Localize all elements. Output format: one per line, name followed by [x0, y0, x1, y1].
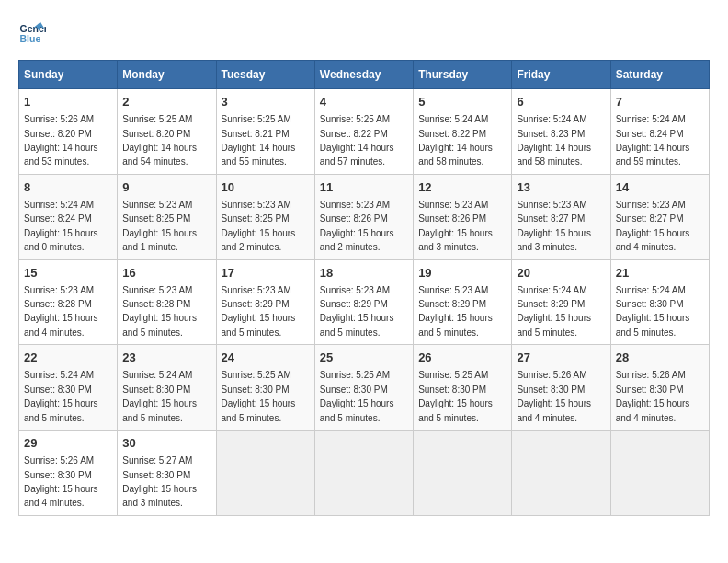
calendar-cell: 2 Sunrise: 5:25 AMSunset: 8:20 PMDayligh… [118, 89, 216, 175]
day-info: Sunrise: 5:23 AMSunset: 8:26 PMDaylight:… [418, 200, 493, 252]
header-day-sunday: Sunday [19, 61, 118, 89]
logo-icon: General Blue [18, 18, 46, 46]
calendar-cell [414, 431, 512, 516]
day-info: Sunrise: 5:24 AMSunset: 8:29 PMDaylight:… [517, 285, 591, 338]
day-info: Sunrise: 5:24 AMSunset: 8:24 PMDaylight:… [24, 200, 98, 252]
day-number: 18 [320, 265, 408, 282]
day-number: 10 [222, 179, 310, 196]
calendar-week-2: 8 Sunrise: 5:24 AMSunset: 8:24 PMDayligh… [19, 174, 710, 259]
calendar-cell: 24 Sunrise: 5:25 AMSunset: 8:30 PMDaylig… [216, 345, 314, 431]
day-info: Sunrise: 5:23 AMSunset: 8:29 PMDaylight:… [222, 285, 296, 338]
header-row: SundayMondayTuesdayWednesdayThursdayFrid… [19, 61, 710, 89]
calendar-cell: 13 Sunrise: 5:23 AMSunset: 8:27 PMDaylig… [512, 174, 610, 259]
calendar-cell [216, 431, 314, 516]
day-number: 16 [122, 265, 210, 282]
day-info: Sunrise: 5:26 AMSunset: 8:30 PMDaylight:… [24, 455, 98, 508]
day-info: Sunrise: 5:24 AMSunset: 8:30 PMDaylight:… [616, 285, 690, 338]
logo: General Blue [18, 18, 46, 46]
calendar-cell [314, 431, 413, 516]
calendar-week-4: 22 Sunrise: 5:24 AMSunset: 8:30 PMDaylig… [19, 345, 710, 431]
day-info: Sunrise: 5:23 AMSunset: 8:25 PMDaylight:… [122, 200, 197, 252]
day-info: Sunrise: 5:26 AMSunset: 8:20 PMDaylight:… [24, 114, 98, 167]
day-number: 24 [222, 350, 310, 366]
header-day-wednesday: Wednesday [314, 61, 413, 89]
header-day-tuesday: Tuesday [216, 61, 314, 89]
calendar-cell: 3 Sunrise: 5:25 AMSunset: 8:21 PMDayligh… [216, 89, 314, 175]
day-number: 5 [418, 94, 506, 110]
day-number: 20 [517, 265, 605, 282]
day-number: 15 [24, 265, 112, 282]
day-number: 7 [616, 94, 704, 110]
day-number: 3 [222, 94, 310, 110]
day-number: 12 [418, 179, 506, 196]
day-number: 26 [418, 350, 506, 366]
day-info: Sunrise: 5:23 AMSunset: 8:27 PMDaylight:… [517, 200, 591, 252]
day-number: 6 [517, 94, 605, 110]
day-number: 4 [320, 94, 408, 110]
day-info: Sunrise: 5:25 AMSunset: 8:30 PMDaylight:… [222, 370, 296, 422]
calendar-cell: 5 Sunrise: 5:24 AMSunset: 8:22 PMDayligh… [414, 89, 512, 175]
day-info: Sunrise: 5:26 AMSunset: 8:30 PMDaylight:… [517, 370, 591, 422]
calendar-cell: 9 Sunrise: 5:23 AMSunset: 8:25 PMDayligh… [118, 174, 216, 259]
day-info: Sunrise: 5:23 AMSunset: 8:27 PMDaylight:… [616, 200, 690, 252]
header-day-thursday: Thursday [414, 61, 512, 89]
day-number: 14 [616, 179, 704, 196]
calendar-cell: 23 Sunrise: 5:24 AMSunset: 8:30 PMDaylig… [118, 345, 216, 431]
header-day-monday: Monday [118, 61, 216, 89]
calendar-cell [610, 431, 709, 516]
day-number: 11 [320, 179, 408, 196]
calendar-week-3: 15 Sunrise: 5:23 AMSunset: 8:28 PMDaylig… [19, 259, 710, 345]
calendar-cell: 8 Sunrise: 5:24 AMSunset: 8:24 PMDayligh… [19, 174, 118, 259]
calendar-cell: 12 Sunrise: 5:23 AMSunset: 8:26 PMDaylig… [414, 174, 512, 259]
day-number: 29 [24, 435, 112, 452]
calendar-cell: 10 Sunrise: 5:23 AMSunset: 8:25 PMDaylig… [216, 174, 314, 259]
calendar-cell: 7 Sunrise: 5:24 AMSunset: 8:24 PMDayligh… [610, 89, 709, 175]
day-info: Sunrise: 5:25 AMSunset: 8:30 PMDaylight:… [418, 370, 493, 422]
day-number: 30 [122, 435, 210, 452]
calendar-cell [512, 431, 610, 516]
day-info: Sunrise: 5:23 AMSunset: 8:29 PMDaylight:… [418, 285, 493, 338]
calendar-cell: 6 Sunrise: 5:24 AMSunset: 8:23 PMDayligh… [512, 89, 610, 175]
day-info: Sunrise: 5:25 AMSunset: 8:21 PMDaylight:… [222, 114, 296, 167]
day-info: Sunrise: 5:24 AMSunset: 8:22 PMDaylight:… [418, 114, 493, 167]
calendar-cell: 28 Sunrise: 5:26 AMSunset: 8:30 PMDaylig… [610, 345, 709, 431]
day-number: 27 [517, 350, 605, 366]
calendar-cell: 19 Sunrise: 5:23 AMSunset: 8:29 PMDaylig… [414, 259, 512, 345]
day-info: Sunrise: 5:27 AMSunset: 8:30 PMDaylight:… [122, 455, 197, 508]
day-info: Sunrise: 5:23 AMSunset: 8:25 PMDaylight:… [222, 200, 296, 252]
day-number: 23 [122, 350, 210, 366]
calendar-cell: 17 Sunrise: 5:23 AMSunset: 8:29 PMDaylig… [216, 259, 314, 345]
day-info: Sunrise: 5:26 AMSunset: 8:30 PMDaylight:… [616, 370, 690, 422]
calendar-cell: 27 Sunrise: 5:26 AMSunset: 8:30 PMDaylig… [512, 345, 610, 431]
calendar-table: SundayMondayTuesdayWednesdayThursdayFrid… [18, 60, 710, 516]
header-day-friday: Friday [512, 61, 610, 89]
day-number: 1 [24, 94, 112, 110]
calendar-cell: 11 Sunrise: 5:23 AMSunset: 8:26 PMDaylig… [314, 174, 413, 259]
day-info: Sunrise: 5:23 AMSunset: 8:26 PMDaylight:… [320, 200, 394, 252]
day-number: 28 [616, 350, 704, 366]
calendar-cell: 4 Sunrise: 5:25 AMSunset: 8:22 PMDayligh… [314, 89, 413, 175]
day-number: 22 [24, 350, 112, 366]
day-info: Sunrise: 5:24 AMSunset: 8:30 PMDaylight:… [122, 370, 197, 422]
day-info: Sunrise: 5:25 AMSunset: 8:22 PMDaylight:… [320, 114, 394, 167]
day-number: 9 [122, 179, 210, 196]
day-number: 25 [320, 350, 408, 366]
day-info: Sunrise: 5:24 AMSunset: 8:24 PMDaylight:… [616, 114, 690, 167]
calendar-cell: 14 Sunrise: 5:23 AMSunset: 8:27 PMDaylig… [610, 174, 709, 259]
calendar-cell: 25 Sunrise: 5:25 AMSunset: 8:30 PMDaylig… [314, 345, 413, 431]
day-info: Sunrise: 5:23 AMSunset: 8:28 PMDaylight:… [122, 285, 197, 338]
calendar-cell: 20 Sunrise: 5:24 AMSunset: 8:29 PMDaylig… [512, 259, 610, 345]
calendar-cell: 30 Sunrise: 5:27 AMSunset: 8:30 PMDaylig… [118, 431, 216, 516]
calendar-week-1: 1 Sunrise: 5:26 AMSunset: 8:20 PMDayligh… [19, 89, 710, 175]
calendar-week-5: 29 Sunrise: 5:26 AMSunset: 8:30 PMDaylig… [19, 431, 710, 516]
calendar-cell: 29 Sunrise: 5:26 AMSunset: 8:30 PMDaylig… [19, 431, 118, 516]
day-number: 21 [616, 265, 704, 282]
day-number: 8 [24, 179, 112, 196]
calendar-cell: 22 Sunrise: 5:24 AMSunset: 8:30 PMDaylig… [19, 345, 118, 431]
calendar-cell: 15 Sunrise: 5:23 AMSunset: 8:28 PMDaylig… [19, 259, 118, 345]
day-number: 2 [122, 94, 210, 110]
calendar-cell: 18 Sunrise: 5:23 AMSunset: 8:29 PMDaylig… [314, 259, 413, 345]
svg-text:Blue: Blue [20, 33, 41, 44]
day-info: Sunrise: 5:24 AMSunset: 8:30 PMDaylight:… [24, 370, 98, 422]
day-info: Sunrise: 5:25 AMSunset: 8:30 PMDaylight:… [320, 370, 394, 422]
